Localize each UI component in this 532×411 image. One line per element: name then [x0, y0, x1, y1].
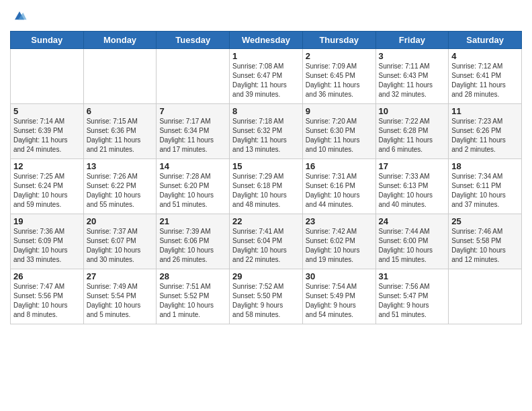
- calendar-week-row: 19Sunrise: 7:36 AM Sunset: 6:09 PM Dayli…: [11, 214, 522, 269]
- calendar-cell: 28Sunrise: 7:51 AM Sunset: 5:52 PM Dayli…: [157, 269, 230, 324]
- weekday-header: Wednesday: [230, 32, 303, 49]
- calendar-cell: 26Sunrise: 7:47 AM Sunset: 5:56 PM Dayli…: [11, 269, 84, 324]
- day-number: 12: [13, 161, 81, 171]
- day-info: Sunrise: 7:14 AM Sunset: 6:39 PM Dayligh…: [13, 117, 81, 154]
- day-info: Sunrise: 7:51 AM Sunset: 5:52 PM Dayligh…: [159, 282, 226, 320]
- day-number: 14: [159, 161, 226, 171]
- calendar-cell: 4Sunrise: 7:12 AM Sunset: 6:41 PM Daylig…: [449, 49, 522, 104]
- day-number: 25: [451, 216, 519, 226]
- calendar-cell: 20Sunrise: 7:37 AM Sunset: 6:07 PM Dayli…: [83, 214, 157, 269]
- day-number: 19: [13, 216, 81, 226]
- calendar-cell: 25Sunrise: 7:46 AM Sunset: 5:58 PM Dayli…: [449, 214, 522, 269]
- day-info: Sunrise: 7:09 AM Sunset: 6:45 PM Dayligh…: [306, 62, 373, 99]
- day-info: Sunrise: 7:39 AM Sunset: 6:06 PM Dayligh…: [159, 227, 226, 265]
- day-info: Sunrise: 7:15 AM Sunset: 6:36 PM Dayligh…: [87, 117, 154, 154]
- day-number: 24: [379, 216, 446, 226]
- calendar-cell: 1Sunrise: 7:08 AM Sunset: 6:47 PM Daylig…: [230, 49, 303, 104]
- day-info: Sunrise: 7:42 AM Sunset: 6:02 PM Dayligh…: [306, 227, 373, 265]
- calendar-cell: 30Sunrise: 7:54 AM Sunset: 5:49 PM Dayli…: [302, 269, 375, 324]
- calendar-cell: 23Sunrise: 7:42 AM Sunset: 6:02 PM Dayli…: [302, 214, 375, 269]
- day-number: 3: [379, 51, 446, 61]
- weekday-header: Saturday: [449, 32, 522, 49]
- day-number: 6: [87, 106, 154, 116]
- day-info: Sunrise: 7:49 AM Sunset: 5:54 PM Dayligh…: [87, 282, 154, 320]
- day-number: 18: [451, 161, 519, 171]
- day-info: Sunrise: 7:47 AM Sunset: 5:56 PM Dayligh…: [13, 282, 81, 320]
- calendar-cell: 22Sunrise: 7:41 AM Sunset: 6:04 PM Dayli…: [230, 214, 303, 269]
- day-number: 29: [232, 271, 300, 281]
- day-info: Sunrise: 7:23 AM Sunset: 6:26 PM Dayligh…: [451, 117, 519, 154]
- main-container: SundayMondayTuesdayWednesdayThursdayFrid…: [0, 0, 532, 331]
- day-info: Sunrise: 7:36 AM Sunset: 6:09 PM Dayligh…: [13, 227, 81, 265]
- calendar: SundayMondayTuesdayWednesdayThursdayFrid…: [10, 31, 522, 324]
- calendar-cell: 21Sunrise: 7:39 AM Sunset: 6:06 PM Dayli…: [157, 214, 230, 269]
- day-number: 28: [159, 271, 226, 281]
- day-number: 21: [159, 216, 226, 226]
- calendar-cell: 2Sunrise: 7:09 AM Sunset: 6:45 PM Daylig…: [302, 49, 375, 104]
- calendar-cell: [449, 269, 522, 324]
- calendar-cell: 17Sunrise: 7:33 AM Sunset: 6:13 PM Dayli…: [375, 159, 449, 214]
- day-number: 5: [13, 106, 81, 116]
- calendar-cell: 14Sunrise: 7:28 AM Sunset: 6:20 PM Dayli…: [157, 159, 230, 214]
- day-info: Sunrise: 7:26 AM Sunset: 6:22 PM Dayligh…: [87, 172, 154, 210]
- calendar-cell: [11, 49, 84, 104]
- day-number: 27: [87, 271, 154, 281]
- calendar-cell: 10Sunrise: 7:22 AM Sunset: 6:28 PM Dayli…: [375, 104, 449, 159]
- calendar-week-row: 12Sunrise: 7:25 AM Sunset: 6:24 PM Dayli…: [11, 159, 522, 214]
- calendar-cell: 19Sunrise: 7:36 AM Sunset: 6:09 PM Dayli…: [11, 214, 84, 269]
- calendar-cell: 31Sunrise: 7:56 AM Sunset: 5:47 PM Dayli…: [375, 269, 449, 324]
- weekday-header-row: SundayMondayTuesdayWednesdayThursdayFrid…: [11, 32, 522, 49]
- day-number: 11: [451, 106, 519, 116]
- header: [10, 7, 522, 26]
- calendar-cell: 12Sunrise: 7:25 AM Sunset: 6:24 PM Dayli…: [11, 159, 84, 214]
- calendar-cell: [83, 49, 157, 104]
- day-info: Sunrise: 7:33 AM Sunset: 6:13 PM Dayligh…: [379, 172, 446, 210]
- day-info: Sunrise: 7:52 AM Sunset: 5:50 PM Dayligh…: [232, 282, 300, 320]
- logo-icon: [10, 7, 29, 26]
- day-number: 13: [87, 161, 154, 171]
- day-info: Sunrise: 7:31 AM Sunset: 6:16 PM Dayligh…: [306, 172, 373, 210]
- weekday-header: Sunday: [11, 32, 84, 49]
- calendar-cell: 11Sunrise: 7:23 AM Sunset: 6:26 PM Dayli…: [449, 104, 522, 159]
- calendar-cell: [157, 49, 230, 104]
- weekday-header: Tuesday: [157, 32, 230, 49]
- calendar-cell: 18Sunrise: 7:34 AM Sunset: 6:11 PM Dayli…: [449, 159, 522, 214]
- day-number: 10: [379, 106, 446, 116]
- calendar-cell: 6Sunrise: 7:15 AM Sunset: 6:36 PM Daylig…: [83, 104, 157, 159]
- day-info: Sunrise: 7:25 AM Sunset: 6:24 PM Dayligh…: [13, 172, 81, 210]
- day-info: Sunrise: 7:12 AM Sunset: 6:41 PM Dayligh…: [451, 62, 519, 99]
- calendar-cell: 27Sunrise: 7:49 AM Sunset: 5:54 PM Dayli…: [83, 269, 157, 324]
- day-number: 31: [379, 271, 446, 281]
- day-number: 22: [232, 216, 300, 226]
- calendar-week-row: 26Sunrise: 7:47 AM Sunset: 5:56 PM Dayli…: [11, 269, 522, 324]
- calendar-cell: 9Sunrise: 7:20 AM Sunset: 6:30 PM Daylig…: [302, 104, 375, 159]
- day-info: Sunrise: 7:37 AM Sunset: 6:07 PM Dayligh…: [87, 227, 154, 265]
- calendar-cell: 15Sunrise: 7:29 AM Sunset: 6:18 PM Dayli…: [230, 159, 303, 214]
- day-number: 8: [232, 106, 300, 116]
- calendar-cell: 29Sunrise: 7:52 AM Sunset: 5:50 PM Dayli…: [230, 269, 303, 324]
- day-number: 26: [13, 271, 81, 281]
- day-number: 23: [306, 216, 373, 226]
- day-info: Sunrise: 7:20 AM Sunset: 6:30 PM Dayligh…: [306, 117, 373, 154]
- calendar-cell: 16Sunrise: 7:31 AM Sunset: 6:16 PM Dayli…: [302, 159, 375, 214]
- day-info: Sunrise: 7:44 AM Sunset: 6:00 PM Dayligh…: [379, 227, 446, 265]
- calendar-cell: 3Sunrise: 7:11 AM Sunset: 6:43 PM Daylig…: [375, 49, 449, 104]
- day-number: 30: [306, 271, 373, 281]
- day-info: Sunrise: 7:18 AM Sunset: 6:32 PM Dayligh…: [232, 117, 300, 154]
- calendar-cell: 24Sunrise: 7:44 AM Sunset: 6:00 PM Dayli…: [375, 214, 449, 269]
- calendar-cell: 13Sunrise: 7:26 AM Sunset: 6:22 PM Dayli…: [83, 159, 157, 214]
- weekday-header: Thursday: [302, 32, 375, 49]
- day-number: 20: [87, 216, 154, 226]
- day-number: 9: [306, 106, 373, 116]
- day-info: Sunrise: 7:11 AM Sunset: 6:43 PM Dayligh…: [379, 62, 446, 99]
- day-number: 15: [232, 161, 300, 171]
- logo: [10, 7, 32, 26]
- calendar-cell: 5Sunrise: 7:14 AM Sunset: 6:39 PM Daylig…: [11, 104, 84, 159]
- day-number: 1: [232, 51, 300, 61]
- day-info: Sunrise: 7:17 AM Sunset: 6:34 PM Dayligh…: [159, 117, 226, 154]
- day-info: Sunrise: 7:54 AM Sunset: 5:49 PM Dayligh…: [306, 282, 373, 320]
- weekday-header: Friday: [375, 32, 449, 49]
- weekday-header: Monday: [83, 32, 157, 49]
- calendar-week-row: 5Sunrise: 7:14 AM Sunset: 6:39 PM Daylig…: [11, 104, 522, 159]
- day-number: 16: [306, 161, 373, 171]
